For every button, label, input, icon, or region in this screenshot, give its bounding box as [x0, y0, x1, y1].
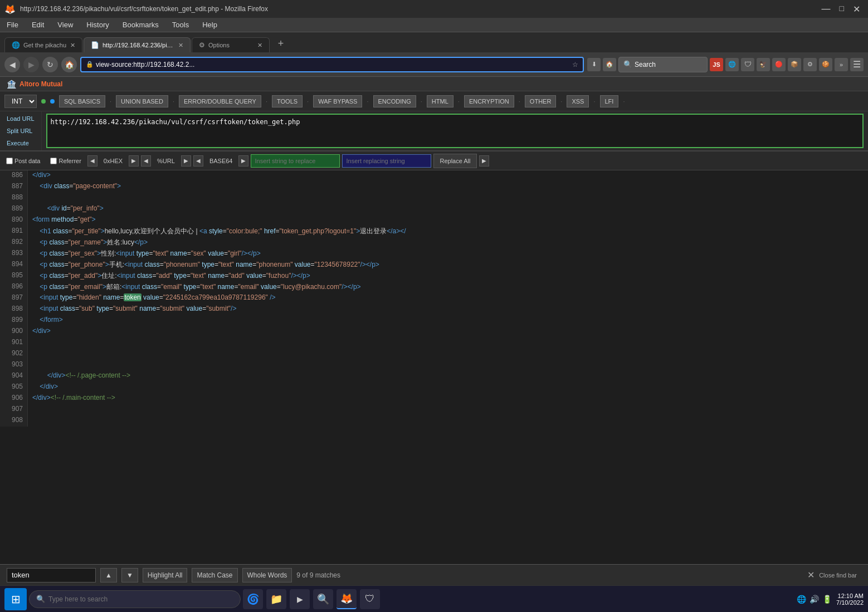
addon5-icon[interactable]: 🍪 [819, 58, 832, 71]
insert-replacing-input[interactable] [342, 154, 431, 168]
xss-btn[interactable]: XSS [567, 95, 589, 107]
menu-help[interactable]: Help [200, 19, 220, 30]
tab-close-3[interactable]: ✕ [257, 42, 262, 49]
taskbar-terminal[interactable]: ▶ [290, 589, 310, 609]
tab-options[interactable]: ⚙ Options ✕ [192, 37, 270, 52]
addon2-icon[interactable]: 🔴 [772, 58, 786, 71]
url-bar[interactable]: 🔒 ☆ [80, 57, 584, 72]
close-find-bar-label: Close find bar [819, 572, 857, 579]
taskbar-firefox[interactable]: 🦊 [337, 589, 357, 609]
pcturl-left-btn[interactable]: ◀ [141, 155, 151, 167]
taskbar-search-app[interactable]: 🔍 [313, 589, 333, 609]
source-content[interactable]: 886</div>887 <div class="page-content">8… [0, 170, 868, 564]
more-icon[interactable]: » [835, 58, 848, 71]
html-btn[interactable]: HTML [427, 95, 453, 107]
find-prev-btn[interactable]: ▲ [100, 568, 117, 582]
search-input[interactable] [635, 61, 690, 68]
0xhex-label: 0xHEX [100, 155, 126, 167]
taskbar-search[interactable]: 🔍 [29, 590, 241, 608]
addon3-icon[interactable]: 📦 [788, 58, 801, 71]
other-btn[interactable]: OTHER [525, 95, 557, 107]
union-based-btn[interactable]: UNION BASED [116, 95, 168, 107]
taskbar-burp[interactable]: 🛡 [360, 589, 380, 609]
line-code: <p class="per_phone">手机:<input class="ph… [28, 260, 384, 271]
post-data-item[interactable]: Post data [2, 155, 44, 167]
sql-basics-btn[interactable]: SQL BASICS [59, 95, 105, 107]
back-button[interactable]: ◀ [4, 57, 20, 72]
battery-icon: 🔋 [822, 595, 832, 604]
more-toolbar-btn[interactable]: ▶ [479, 155, 489, 167]
post-data-checkbox[interactable] [6, 158, 13, 164]
home-button[interactable]: 🏠 [61, 57, 77, 72]
addon1-icon[interactable]: 🦅 [757, 58, 770, 71]
start-button[interactable]: ⊞ [4, 588, 27, 610]
0xhex-right-btn[interactable]: ▶ [129, 155, 139, 167]
encryption-btn[interactable]: ENCRYPTION [464, 95, 514, 107]
dot-green [41, 99, 46, 104]
tools-btn[interactable]: TOOLS [272, 95, 303, 107]
menu-bookmarks[interactable]: Bookmarks [120, 19, 161, 30]
menu-file[interactable]: File [4, 19, 21, 30]
new-tab-button[interactable]: + [273, 36, 289, 51]
home-icon-2[interactable]: 🏠 [603, 58, 616, 71]
taskbar-edge[interactable]: 🌀 [243, 589, 263, 609]
close-icon[interactable]: ✕ [850, 4, 864, 14]
pcturl-right-btn[interactable]: ▶ [181, 155, 191, 167]
taskbar-search-input[interactable] [48, 595, 233, 603]
replace-all-btn[interactable]: Replace All [433, 154, 476, 168]
int-select[interactable]: INT [4, 95, 37, 108]
downloads-icon[interactable]: ⬇ [587, 58, 601, 71]
menu-icon[interactable]: ☰ [850, 58, 864, 71]
minimize-icon[interactable]: — [818, 4, 834, 14]
globe-icon[interactable]: 🌐 [725, 58, 739, 71]
find-input[interactable] [7, 568, 96, 582]
line-number: 895 [0, 271, 28, 282]
search-box[interactable]: 🔍 [618, 57, 708, 72]
line-code: <h1 class="per_title">hello,lucy,欢迎到个人会员… [28, 226, 411, 237]
forward-button[interactable]: ▶ [23, 57, 39, 72]
referrer-checkbox[interactable] [50, 158, 57, 164]
load-url-btn[interactable]: Load URL [3, 114, 38, 124]
tab-source[interactable]: 📄 http://192.168.42.236/pikachu... ✕ [84, 37, 191, 52]
taskbar-files[interactable]: 📁 [266, 589, 286, 609]
waf-bypass-btn[interactable]: WAF BYPASS [313, 95, 362, 107]
js-icon[interactable]: JS [710, 58, 723, 71]
hackbar-url[interactable]: http://192.168.42.236/pikachu/vul/csrf/c… [46, 114, 864, 148]
tab-pikachu[interactable]: 🌐 Get the pikachu ✕ [4, 37, 82, 52]
reload-button[interactable]: ↻ [42, 57, 58, 72]
menu-tools[interactable]: Tools [170, 19, 191, 30]
maximize-icon[interactable]: □ [836, 4, 847, 14]
line-code [28, 337, 37, 349]
insert-string-input[interactable] [251, 154, 340, 168]
base64-right-btn[interactable]: ▶ [238, 155, 248, 167]
addon4-icon[interactable]: ⚙ [803, 58, 817, 71]
lfi-btn[interactable]: LFI [600, 95, 619, 107]
find-next-btn[interactable]: ▼ [121, 568, 138, 582]
sep6: · [421, 98, 422, 105]
base64-left-btn[interactable]: ◀ [193, 155, 203, 167]
menubar: File Edit View History Bookmarks Tools H… [0, 18, 868, 32]
referrer-item[interactable]: Referrer [46, 155, 85, 167]
code-lines: 886</div>887 <div class="page-content">8… [0, 170, 868, 427]
volume-icon: 🔊 [810, 595, 819, 604]
highlight-all-btn[interactable]: Highlight All [143, 568, 188, 582]
tabs-bar: 🌐 Get the pikachu ✕ 📄 http://192.168.42.… [0, 32, 868, 52]
error-double-btn[interactable]: ERROR/DOUBLE QUERY [179, 95, 261, 107]
bookmark-icon[interactable]: ☆ [572, 61, 578, 68]
whole-words-btn[interactable]: Whole Words [242, 568, 292, 582]
match-case-btn[interactable]: Match Case [192, 568, 237, 582]
url-input[interactable] [96, 61, 570, 68]
tab-close-2[interactable]: ✕ [178, 42, 183, 49]
menu-history[interactable]: History [84, 19, 111, 30]
0xhex-left-btn[interactable]: ◀ [87, 155, 97, 167]
menu-view[interactable]: View [55, 19, 75, 30]
find-close-btn[interactable]: ✕ [807, 570, 815, 580]
execute-btn[interactable]: Execute [3, 138, 38, 148]
line-number: 900 [0, 326, 28, 337]
shield-icon[interactable]: 🛡 [741, 58, 754, 71]
tab-close-1[interactable]: ✕ [70, 42, 75, 49]
line-code: <p class="per_add">住址:<input class="add"… [28, 271, 315, 282]
menu-edit[interactable]: Edit [30, 19, 46, 30]
encoding-btn[interactable]: ENCODING [373, 95, 416, 107]
split-url-btn[interactable]: Split URL [3, 126, 38, 136]
